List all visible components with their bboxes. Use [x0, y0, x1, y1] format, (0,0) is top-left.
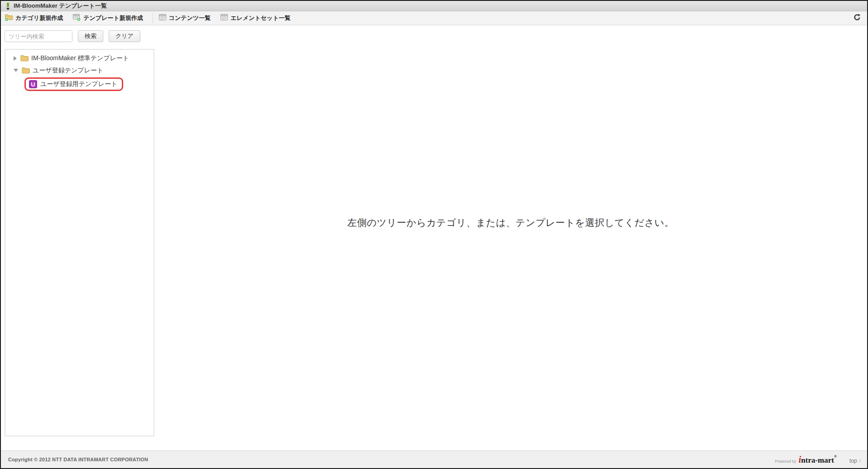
- toolbar-label: コンテンツ一覧: [169, 14, 211, 22]
- toolbar-divider: [153, 13, 153, 24]
- tree-item-label: IM-BloomMaker 標準テンプレート: [31, 54, 129, 62]
- toolbar-button-template-new[interactable]: テンプレート新規作成: [72, 13, 143, 23]
- tree-item-label: ユーザ登録テンプレート: [33, 67, 103, 75]
- logo-rest: ntra-mart: [801, 456, 834, 464]
- page-title-icon: [7, 3, 10, 10]
- page-title: IM-BloomMaker テンプレート一覧: [14, 2, 107, 10]
- tree-item-label: ユーザ登録用テンプレート: [40, 80, 117, 88]
- up-arrow-icon: ↑: [858, 458, 861, 464]
- toolbar-label: カテゴリ新規作成: [15, 14, 63, 22]
- contents-list-icon: [158, 14, 167, 23]
- page: IM-BloomMaker テンプレート一覧 カテゴリ新規作成: [0, 0, 868, 469]
- powered-by-text: Powered by: [775, 459, 796, 464]
- tree-search-input[interactable]: [5, 30, 72, 42]
- main-placeholder-message: 左側のツリーからカテゴリ、または、テンプレートを選択してください。: [154, 216, 867, 229]
- toolbar-button-contents-list[interactable]: コンテンツ一覧: [158, 14, 211, 23]
- selection-highlight-box: U ユーザ登録用テンプレート: [24, 77, 123, 91]
- tree-search-row: 検索 クリア: [5, 30, 140, 42]
- template-badge-icon: U: [29, 80, 37, 88]
- chevron-down-icon[interactable]: [14, 69, 18, 72]
- title-bar: IM-BloomMaker テンプレート一覧: [1, 1, 867, 11]
- refresh-icon: [854, 14, 861, 23]
- intra-mart-logo: intra-mart®: [799, 455, 837, 465]
- top-label: top: [849, 458, 857, 464]
- refresh-button[interactable]: [853, 14, 862, 23]
- copyright-text: Copyright © 2012 NTT DATA INTRAMART CORP…: [8, 457, 148, 462]
- toolbar: カテゴリ新規作成 テンプレート新規作成: [1, 11, 867, 25]
- template-new-icon: [72, 13, 81, 23]
- toolbar-label: エレメントセット一覧: [230, 14, 290, 22]
- template-tree-panel: IM-BloomMaker 標準テンプレート ユーザ登録テンプレート U ユーザ…: [5, 49, 154, 436]
- clear-button[interactable]: クリア: [109, 30, 140, 42]
- back-to-top-link[interactable]: top ↑: [849, 458, 861, 464]
- footer: Copyright © 2012 NTT DATA INTRAMART CORP…: [1, 450, 867, 468]
- toolbar-label: テンプレート新規作成: [83, 14, 143, 22]
- tree-item-standard-templates[interactable]: IM-BloomMaker 標準テンプレート: [5, 52, 153, 64]
- folder-icon: [20, 55, 29, 62]
- search-button[interactable]: 検索: [78, 30, 103, 42]
- footer-right: Powered by intra-mart® top ↑: [775, 455, 861, 465]
- toolbar-button-category-new[interactable]: カテゴリ新規作成: [5, 13, 63, 23]
- toolbar-button-element-set-list[interactable]: エレメントセット一覧: [220, 14, 290, 23]
- folder-icon: [22, 67, 30, 74]
- logo-registered-mark: ®: [834, 455, 837, 459]
- element-set-list-icon: [220, 14, 228, 23]
- category-new-icon: [5, 13, 13, 23]
- content-area: 検索 クリア IM-BloomMaker 標準テンプレート ユーザ登録テンプレー…: [1, 25, 867, 450]
- tree-item-user-registration-template[interactable]: U ユーザ登録用テンプレート: [29, 80, 117, 88]
- tree-item-user-registration-category[interactable]: ユーザ登録テンプレート: [5, 64, 153, 77]
- chevron-right-icon[interactable]: [14, 56, 17, 61]
